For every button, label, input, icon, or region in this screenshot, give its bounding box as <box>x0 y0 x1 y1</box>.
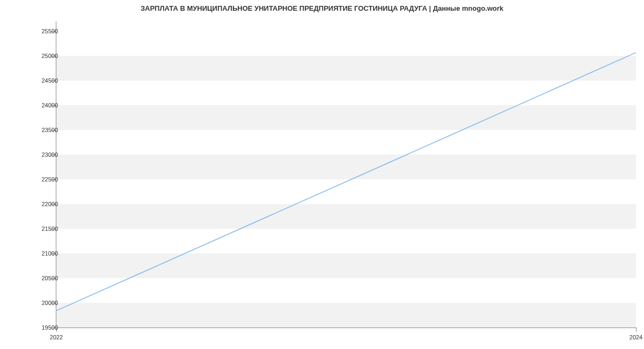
x-tick-label: 2024 <box>630 334 642 340</box>
y-tick-label: 25000 <box>15 53 58 59</box>
x-axis-line <box>56 328 636 328</box>
y-tick-label: 23500 <box>15 127 58 133</box>
chart-container: ЗАРПЛАТА В МУНИЦИПАЛЬНОЕ УНИТАРНОЕ ПРЕДП… <box>0 0 644 349</box>
chart-title: ЗАРПЛАТА В МУНИЦИПАЛЬНОЕ УНИТАРНОЕ ПРЕДП… <box>0 4 644 12</box>
y-tick-label: 21000 <box>15 250 58 257</box>
y-tick-label: 20000 <box>15 300 58 306</box>
y-tick-label: 25500 <box>15 28 58 34</box>
y-tick-label: 22000 <box>15 201 58 207</box>
x-tick-label: 2022 <box>50 334 63 340</box>
line-layer <box>56 21 636 328</box>
plot-area: 20222024 <box>56 21 636 328</box>
y-tick-label: 20500 <box>15 275 58 281</box>
y-tick-label: 24500 <box>15 77 58 84</box>
y-tick-label: 23000 <box>15 151 58 158</box>
y-tick-label: 22500 <box>15 176 58 183</box>
y-tick-label: 24000 <box>15 102 58 108</box>
x-tick <box>636 328 636 332</box>
y-tick-label: 19500 <box>15 324 58 331</box>
data-line <box>56 53 636 311</box>
y-tick-label: 21500 <box>15 226 58 232</box>
